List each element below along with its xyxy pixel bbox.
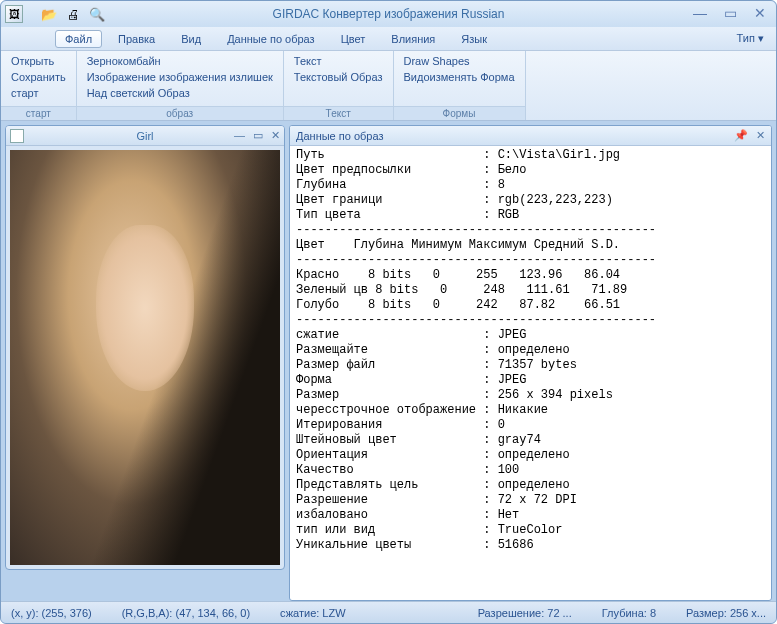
ribbon-group-1: ЗернокомбайнИзображение изображения изли…	[77, 51, 284, 120]
minimize-button[interactable]: —	[692, 5, 708, 21]
ribbon-item[interactable]: Открыть	[9, 54, 68, 68]
ribbon-group-label: старт	[1, 106, 76, 120]
ribbon-item[interactable]: старт	[9, 86, 68, 100]
document-icon	[10, 129, 24, 143]
portrait-image	[10, 150, 280, 565]
status-size: Размер: 256 x...	[686, 607, 766, 619]
ribbon-item[interactable]: Сохранить	[9, 70, 68, 84]
app-window: 🖼 📂 🖨 🔍 GIRDAC Конвертер изображения Rus…	[0, 0, 777, 624]
print-icon[interactable]: 🖨	[63, 5, 83, 23]
menu-color[interactable]: Цвет	[331, 30, 376, 48]
ribbon-item[interactable]: Draw Shapes	[402, 54, 517, 68]
child-window-title: Girl	[136, 130, 153, 142]
menu-view[interactable]: Вид	[171, 30, 211, 48]
close-button[interactable]: ✕	[752, 5, 768, 21]
child-window: Girl — ▭ ✕	[5, 125, 285, 570]
ribbon-item[interactable]: Зернокомбайн	[85, 54, 275, 68]
ribbon-item[interactable]: Над светский Образ	[85, 86, 275, 100]
panel-title: Данные по образ	[296, 130, 384, 142]
image-area[interactable]	[6, 146, 284, 569]
child-window-controls: — ▭ ✕	[234, 129, 280, 142]
workarea: Girl — ▭ ✕ Данные по образ 📌 ✕ Путь	[1, 121, 776, 601]
menu-edit[interactable]: Правка	[108, 30, 165, 48]
child-close-button[interactable]: ✕	[271, 129, 280, 142]
quick-access-toolbar: 📂 🖨 🔍	[39, 5, 107, 23]
panel-titlebar: Данные по образ 📌 ✕	[290, 126, 771, 146]
status-depth: Глубина: 8	[602, 607, 656, 619]
status-resolution: Разрешение: 72 ...	[478, 607, 572, 619]
ribbon-group-0: ОткрытьСохранитьстартстарт	[1, 51, 77, 120]
child-window-titlebar: Girl — ▭ ✕	[6, 126, 284, 146]
ribbon-group-3: Draw ShapesВидоизменять ФормаФормы	[394, 51, 526, 120]
ribbon-group-label: Формы	[394, 106, 525, 120]
menu-image-data[interactable]: Данные по образ	[217, 30, 325, 48]
panel-body[interactable]: Путь : C:\Vista\Girl.jpg Цвет предпосылк…	[290, 146, 771, 600]
pin-icon[interactable]: 📌	[734, 129, 748, 142]
status-coords: (x, y): (255, 376)	[11, 607, 92, 619]
app-title: GIRDAC Конвертер изображения Russian	[273, 7, 505, 21]
titlebar: 🖼 📂 🖨 🔍 GIRDAC Конвертер изображения Rus…	[1, 1, 776, 27]
menu-file[interactable]: Файл	[55, 30, 102, 48]
print-preview-icon[interactable]: 🔍	[87, 5, 107, 23]
ribbon-group-2: ТекстТекстовый ОбразТекст	[284, 51, 394, 120]
menu-effects[interactable]: Влияния	[381, 30, 445, 48]
maximize-button[interactable]: ▭	[722, 5, 738, 21]
window-controls: — ▭ ✕	[692, 5, 768, 21]
child-minimize-button[interactable]: —	[234, 129, 245, 142]
statusbar: (x, y): (255, 376) (R,G,B,A): (47, 134, …	[1, 601, 776, 623]
ribbon-item[interactable]: Изображение изображения излишек	[85, 70, 275, 84]
ribbon-item[interactable]: Текст	[292, 54, 385, 68]
child-maximize-button[interactable]: ▭	[253, 129, 263, 142]
menubar: Файл Правка Вид Данные по образ Цвет Вли…	[1, 27, 776, 51]
status-rgba: (R,G,B,A): (47, 134, 66, 0)	[122, 607, 250, 619]
panel-controls: 📌 ✕	[734, 129, 765, 142]
app-icon[interactable]: 🖼	[5, 5, 23, 23]
ribbon: ОткрытьСохранитьстартстартЗернокомбайнИз…	[1, 51, 776, 121]
menu-language[interactable]: Язык	[451, 30, 497, 48]
ribbon-group-label: Текст	[284, 106, 393, 120]
ribbon-group-label: образ	[77, 106, 283, 120]
ribbon-item[interactable]: Видоизменять Форма	[402, 70, 517, 84]
open-icon[interactable]: 📂	[39, 5, 59, 23]
ribbon-item[interactable]: Текстовый Образ	[292, 70, 385, 84]
panel-close-icon[interactable]: ✕	[756, 129, 765, 142]
menu-type[interactable]: Тип ▾	[731, 29, 770, 48]
image-data-panel: Данные по образ 📌 ✕ Путь : C:\Vista\Girl…	[289, 125, 772, 601]
status-compression: сжатие: LZW	[280, 607, 346, 619]
